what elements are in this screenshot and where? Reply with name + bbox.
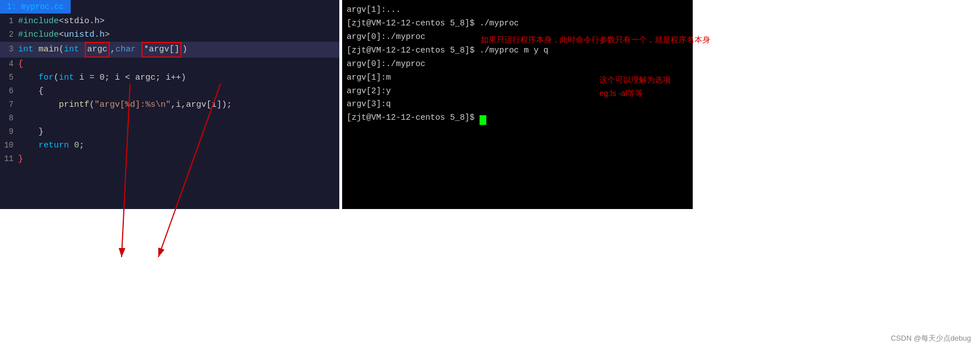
- annotation-option: 这个可以理解为选项 eg:ls -al等等: [599, 73, 671, 101]
- code-tab[interactable]: 1: myproc.cc: [0, 0, 71, 14]
- annotation-option-line1: 这个可以理解为选项: [599, 73, 671, 87]
- code-text-1: #include<stdio.h>: [18, 15, 105, 28]
- annotation-run-self: 如果只运行程序本身，此时命令行参数只有一个，就是程序名本身: [481, 35, 710, 45]
- code-content: 1 #include<stdio.h> 2 #include<unistd.h>…: [0, 14, 339, 167]
- terminal-line-top: argv[1]:...: [347, 3, 688, 17]
- code-text-9: }: [18, 125, 44, 139]
- code-editor-panel: 1: myproc.cc 1 #include<stdio.h> 2 #incl…: [0, 0, 339, 209]
- code-line-6: 6 {: [0, 85, 339, 98]
- code-line-2: 2 #include<unistd.h>: [0, 28, 339, 42]
- terminal-panel: argv[1]:... [zjt@VM-12-12-centos 5_8]$ .…: [342, 0, 693, 209]
- code-text-8: [18, 112, 23, 125]
- line-num-9: 9: [2, 125, 18, 138]
- line-num-11: 11: [2, 153, 18, 165]
- line-num-6: 6: [2, 85, 18, 97]
- line-num-2: 2: [2, 28, 18, 41]
- line-num-3: 3: [2, 43, 18, 55]
- code-line-5: 5 for(int i = 0; i < argc; i++): [0, 71, 339, 85]
- code-text-4: {: [18, 58, 23, 71]
- code-line-1: 1 #include<stdio.h>: [0, 15, 339, 28]
- code-text-5: for(int i = 0; i < argc; i++): [18, 71, 186, 85]
- line-num-8: 8: [2, 112, 18, 124]
- annotation-area: argc:表示命令行参数的个数 指向命令行参数的指针数组: [0, 209, 980, 348]
- terminal-line-4: argv[0]:./myproc: [347, 58, 688, 71]
- code-text-2: #include<unistd.h>: [18, 28, 110, 42]
- code-line-3: 3 int main(int argc,char *argv[]): [0, 42, 339, 58]
- terminal-line-3: [zjt@VM-12-12-centos 5_8]$ ./myproc m y …: [347, 44, 688, 58]
- argc-highlight: argc: [85, 42, 110, 58]
- code-text-11: }: [18, 153, 23, 166]
- terminal-cursor: [480, 115, 486, 125]
- argv-highlight: *argv[]: [141, 42, 182, 58]
- line-num-10: 10: [2, 139, 18, 151]
- code-line-4: 4 {: [0, 58, 339, 71]
- code-line-7: 7 printf("argv[%d]:%s\n",i,argv[i]);: [0, 98, 339, 112]
- line-num-1: 1: [2, 15, 18, 27]
- code-line-10: 10 return 0;: [0, 139, 339, 153]
- code-line-8: 8: [0, 112, 339, 125]
- code-line-9: 9 }: [0, 125, 339, 139]
- line-num-5: 5: [2, 71, 18, 84]
- code-line-11: 11 }: [0, 153, 339, 166]
- code-text-6: {: [18, 85, 44, 98]
- terminal-line-8: [zjt@VM-12-12-centos 5_8]$: [347, 111, 688, 125]
- line-num-4: 4: [2, 58, 18, 70]
- annotation-option-line2: eg:ls -al等等: [599, 87, 671, 101]
- code-text-3: int main(int argc,char *argv[]): [18, 42, 187, 58]
- terminal-line-1: [zjt@VM-12-12-centos 5_8]$ ./myproc: [347, 17, 688, 31]
- code-text-10: return 0;: [18, 139, 84, 153]
- code-text-7: printf("argv[%d]:%s\n",i,argv[i]);: [18, 98, 232, 112]
- line-num-7: 7: [2, 98, 18, 111]
- watermark: CSDN @每天少点debug: [891, 333, 971, 343]
